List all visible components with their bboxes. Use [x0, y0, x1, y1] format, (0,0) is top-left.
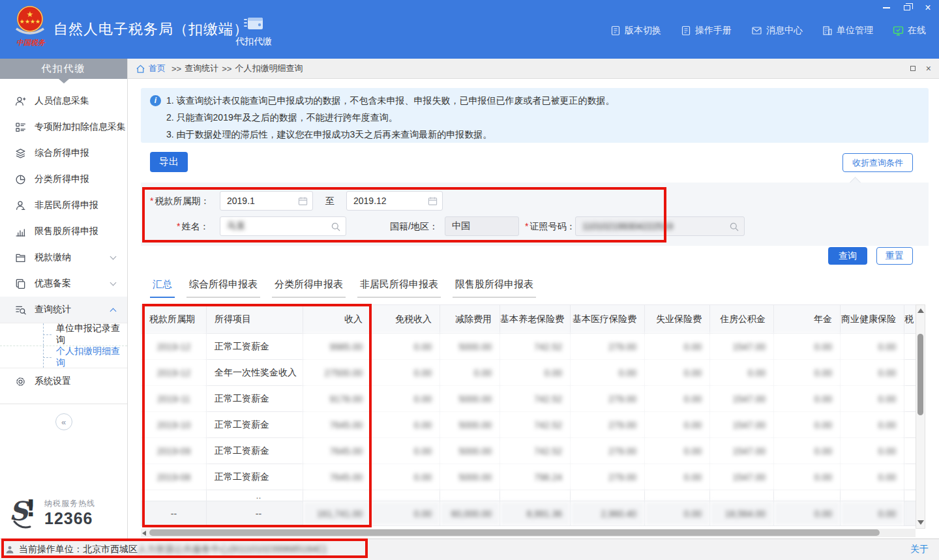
- breadcrumb-item-current: 个人扣缴明细查询: [235, 63, 303, 74]
- table-cell: 2019-11: [142, 386, 207, 412]
- table-cell: 0.00: [841, 464, 904, 490]
- table-row: 2019-08正常工资薪金7645.000.005000.00798.24279…: [142, 464, 916, 490]
- gear-icon: [14, 376, 26, 387]
- pane-close-icon[interactable]: ×: [926, 64, 931, 73]
- notice-line-2: 2. 只能查询2019年及之后的数据，不能进行跨年度查询。: [150, 109, 919, 126]
- name-label: *姓名：: [177, 221, 209, 233]
- sidebar-item-comprehensive-income[interactable]: 综合所得申报: [0, 140, 127, 166]
- module-tab-label: 代扣代缴: [235, 36, 272, 48]
- table-cell: 7645.00: [303, 438, 371, 464]
- table-cell: 0.00: [841, 386, 904, 412]
- app-header: ★ ★★★★ 中国税务 自然人电子税务局（扣缴端） 代扣代缴 版本切换: [0, 0, 939, 59]
- column-header: 商业健康保险: [841, 305, 904, 334]
- sidebar-item-tax-payment[interactable]: 税款缴纳: [0, 244, 127, 271]
- table-cell: 0.00: [571, 360, 645, 386]
- table-cell: 742.52: [500, 386, 571, 412]
- menu-message-center[interactable]: 消息中心: [751, 25, 803, 37]
- column-header: 免税收入: [371, 305, 440, 334]
- sidebar-item-preferential-filing[interactable]: 优惠备案: [0, 271, 127, 297]
- menu-online-status[interactable]: 在线: [893, 25, 926, 37]
- name-field[interactable]: 马某: [220, 216, 346, 236]
- menu-manual[interactable]: 操作手册: [681, 25, 732, 37]
- table-cell: 2,960.40: [571, 501, 645, 526]
- sidebar-item-special-deduction[interactable]: 专项附加扣除信息采集: [0, 114, 127, 140]
- sidebar-subitem-unit-declaration-query[interactable]: 单位申报记录查询: [0, 323, 127, 346]
- table-cell: 1547.00: [710, 334, 774, 360]
- table-cell: 0.00: [500, 360, 571, 386]
- table-cell: --: [207, 501, 303, 526]
- menu-version-switch[interactable]: 版本切换: [610, 25, 661, 37]
- reset-button[interactable]: 重置: [876, 247, 913, 265]
- table-cell: 27500.00: [303, 360, 371, 386]
- current-unit-label: 当前操作单位：: [19, 544, 83, 555]
- vertical-scrollbar[interactable]: [916, 304, 925, 529]
- tab-classified-income[interactable]: 分类所得申报表: [272, 278, 346, 298]
- table-cell: [371, 490, 440, 501]
- vertical-scroll-thumb[interactable]: [917, 334, 923, 415]
- period-from-field[interactable]: [220, 191, 313, 211]
- table-cell: 279.00: [571, 334, 645, 360]
- table-cell: 7645.00: [303, 464, 371, 490]
- result-tabs: 汇总 综合所得申报表 分类所得申报表 非居民所得申报表 限售股所得申报表: [150, 278, 536, 298]
- minimize-button[interactable]: [880, 3, 892, 13]
- nationality-field: 中国: [445, 216, 519, 236]
- sidebar-item-classified-income[interactable]: 分类所得申报: [0, 166, 127, 192]
- module-tab-withholding[interactable]: 代扣代缴: [227, 9, 280, 52]
- column-header: 失业保险费: [645, 305, 710, 334]
- sidebar-item-restricted-shares[interactable]: 限售股所得申报: [0, 218, 127, 244]
- period-to-field[interactable]: [346, 191, 443, 211]
- search-icon[interactable]: [331, 222, 341, 232]
- svg-text:!: !: [25, 495, 36, 522]
- main-content: 1. 该查询统计表仅能查询已申报成功的数据，不包含未申报、申报失败，已申报但已作…: [128, 79, 939, 538]
- table-cell: [500, 490, 571, 501]
- column-header: 基本养老保险费: [500, 305, 571, 334]
- collapse-query-button[interactable]: 收折查询条件: [842, 153, 913, 172]
- hotline-number: 12366: [44, 509, 95, 528]
- sidebar-item-query-statistics[interactable]: 查询统计: [0, 297, 127, 323]
- notice-box: 1. 该查询统计表仅能查询已申报成功的数据，不包含未申报、申报失败，已申报但已作…: [141, 88, 929, 143]
- close-button[interactable]: ×: [922, 3, 934, 13]
- sidebar-item-personnel-info[interactable]: 人员信息采集: [0, 88, 127, 114]
- app-window: ★ ★★★★ 中国税务 自然人电子税务局（扣缴端） 代扣代缴 版本切换: [0, 0, 939, 560]
- table-cell: [904, 360, 916, 386]
- tab-restricted-shares[interactable]: 限售股所得申报表: [453, 278, 536, 298]
- table-cell: [904, 412, 916, 438]
- scroll-up-arrow[interactable]: [917, 308, 924, 313]
- table-cell: 1547.00: [710, 438, 774, 464]
- layers-icon: [14, 147, 26, 159]
- pane-maximize-icon[interactable]: [910, 66, 916, 71]
- table-cell: 0.00: [645, 412, 710, 438]
- scroll-down-arrow[interactable]: [917, 520, 924, 525]
- sidebar-item-system-settings[interactable]: 系统设置: [0, 368, 127, 394]
- tab-summary[interactable]: 汇总: [150, 278, 175, 298]
- about-link[interactable]: 关于: [910, 544, 929, 555]
- export-button[interactable]: 导出: [150, 152, 188, 172]
- id-number-field[interactable]: 110102199304222519: [575, 216, 745, 236]
- sidebar-collapse-button[interactable]: [55, 413, 72, 430]
- horizontal-scrollbar[interactable]: [141, 529, 916, 537]
- restore-button[interactable]: [901, 3, 913, 13]
- tab-comprehensive-income[interactable]: 综合所得申报表: [186, 278, 260, 298]
- emblem-icon: ★ ★★★★: [12, 3, 48, 40]
- table-cell: [645, 490, 710, 501]
- scroll-left-arrow[interactable]: [142, 531, 146, 536]
- breadcrumb-home-link[interactable]: 首页: [149, 63, 166, 74]
- table-cell: ..: [207, 490, 303, 501]
- menu-unit-management[interactable]: 单位管理: [822, 25, 873, 37]
- sidebar-item-nonresident-income[interactable]: 非居民所得申报: [0, 192, 127, 218]
- table-cell: 0.00: [371, 360, 440, 386]
- table-cell: 1547.00: [710, 464, 774, 490]
- tab-nonresident-income[interactable]: 非居民所得申报表: [357, 278, 441, 298]
- table-cell: 1547.00: [710, 412, 774, 438]
- table-cell: 2019-08: [142, 464, 207, 490]
- breadcrumb: 首页 >> 查询统计 >> 个人扣缴明细查询 ×: [128, 59, 939, 79]
- table-cell: 0.00: [371, 412, 440, 438]
- sidebar-subitem-personal-withholding-detail-query[interactable]: 个人扣缴明细查询: [0, 346, 127, 368]
- sidebar-header: 代扣代缴: [0, 59, 127, 79]
- search-icon[interactable]: [729, 222, 739, 232]
- table-cell: [841, 490, 904, 501]
- calendar-icon[interactable]: [298, 196, 308, 206]
- calendar-icon[interactable]: [428, 196, 438, 206]
- horizontal-scroll-thumb[interactable]: [149, 529, 880, 536]
- query-button[interactable]: 查询: [828, 247, 867, 265]
